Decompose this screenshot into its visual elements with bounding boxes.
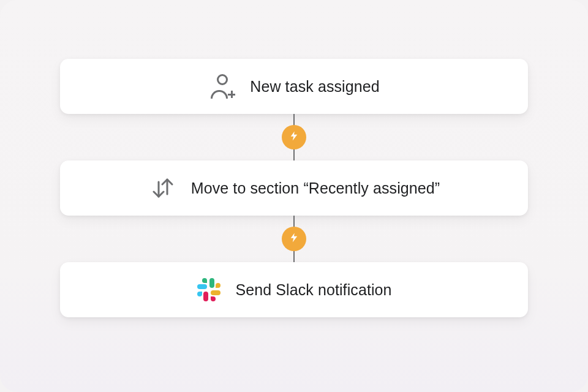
svg-rect-3 [211, 290, 221, 295]
workflow-action-slack-card[interactable]: Send Slack notification [60, 262, 528, 317]
person-plus-icon [208, 72, 236, 100]
swap-arrows-icon [148, 176, 178, 200]
workflow-action-move-card[interactable]: Move to section “Recently assigned” [60, 160, 528, 216]
workflow-trigger-label: New task assigned [250, 78, 380, 96]
workflow-trigger-card[interactable]: New task assigned [60, 59, 528, 114]
workflow-connector [282, 114, 306, 160]
workflow-action-move-label: Move to section “Recently assigned” [191, 179, 440, 197]
workflow-action-slack-label: Send Slack notification [235, 281, 391, 299]
slack-logo-icon [196, 277, 222, 303]
svg-rect-0 [209, 278, 214, 288]
automation-badge[interactable] [282, 227, 306, 251]
workflow-canvas: New task assigned Move to section “Recen… [0, 0, 588, 392]
lightning-bolt-icon [288, 232, 300, 246]
svg-rect-1 [197, 284, 207, 289]
automation-badge[interactable] [282, 125, 306, 149]
workflow-connector [282, 216, 306, 262]
lightning-bolt-icon [288, 130, 300, 144]
svg-rect-2 [203, 292, 208, 301]
